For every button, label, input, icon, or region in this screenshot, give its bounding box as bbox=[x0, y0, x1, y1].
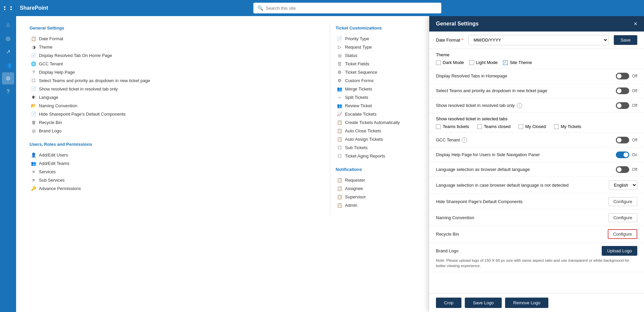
lang-browser-status: Off bbox=[632, 167, 637, 172]
ticket-fields-icon: ☰ bbox=[337, 61, 342, 66]
teams-tickets-option[interactable]: Teams tickets bbox=[436, 124, 469, 129]
my-tickets-checkbox[interactable] bbox=[554, 124, 559, 129]
menu-display-help[interactable]: ?Display Help Page bbox=[30, 68, 325, 76]
show-resolved-label: Show resolved ticket in resolved tab onl… bbox=[436, 103, 522, 108]
naming-icon: 📂 bbox=[31, 103, 36, 108]
light-mode-label: Light Mode bbox=[476, 60, 498, 65]
sidenav-users[interactable]: 👥 bbox=[2, 59, 14, 71]
teams-closed-checkbox[interactable] bbox=[477, 124, 482, 129]
my-closed-label: My Closed bbox=[525, 124, 546, 129]
save-logo-button[interactable]: Save Logo bbox=[465, 298, 502, 308]
sidenav-settings[interactable]: ⚙ bbox=[2, 72, 14, 84]
recycle-bin-configure-button[interactable]: Configure bbox=[608, 229, 637, 239]
sidenav-home[interactable]: ⌂ bbox=[2, 19, 14, 31]
show-resolved-row: Show resolved ticket in resolved tab onl… bbox=[429, 98, 644, 113]
upload-logo-button[interactable]: Upload Logo bbox=[602, 246, 637, 256]
menu-theme[interactable]: ◑Theme bbox=[30, 43, 325, 51]
menu-services[interactable]: ≡Services bbox=[30, 168, 325, 176]
theme-row: Theme Dark Mode Light Mode ✓ Site Theme bbox=[429, 49, 644, 69]
hide-sharepoint-label: Hide Sharepoint Page's Default Component… bbox=[436, 199, 523, 204]
dark-mode-checkbox[interactable] bbox=[436, 60, 441, 65]
users-roles-section: Users, Roles and Permissions 👤Add/Edit U… bbox=[30, 142, 325, 193]
sub-services-icon: ≡ bbox=[31, 178, 36, 183]
panel-bottom-buttons: Crop Save Logo Remove Logo bbox=[429, 293, 644, 312]
display-resolved-tabs-toggle[interactable] bbox=[616, 73, 629, 79]
main-layout: ⌂ ◎ ↗ 👥 ⚙ ? General Settings 📋Date Forma… bbox=[0, 16, 644, 312]
dark-mode-label: Dark Mode bbox=[443, 60, 464, 65]
menu-language[interactable]: 🗣Language bbox=[30, 93, 325, 102]
app-logo: SharePoint bbox=[20, 5, 48, 11]
display-help-toggle[interactable] bbox=[616, 151, 629, 158]
sidenav-globe[interactable]: ◎ bbox=[2, 32, 14, 44]
naming-convention-row: Naming Convention Configure bbox=[429, 210, 644, 226]
display-resolved-tabs-label: Display Resolved Tabs in Homepage bbox=[436, 73, 507, 78]
menu-show-resolved[interactable]: 📄Show resolved ticket in resolved tab on… bbox=[30, 85, 325, 93]
priority-icon: 📄 bbox=[337, 36, 342, 41]
site-theme-checkbox[interactable]: ✓ bbox=[503, 60, 508, 65]
display-resolved-tabs-status: Off bbox=[632, 74, 637, 78]
gcc-icon: 🌐 bbox=[31, 61, 36, 66]
light-mode-option[interactable]: Light Mode bbox=[469, 60, 498, 65]
hide-sharepoint-configure-button[interactable]: Configure bbox=[608, 197, 637, 206]
menu-add-edit-teams[interactable]: 👥Add/Edit Teams bbox=[30, 159, 325, 168]
panel-body: Date Format * MM/DD/YYYY Save Theme Dark… bbox=[429, 32, 644, 293]
menu-sub-services[interactable]: ≡Sub Services bbox=[30, 176, 325, 184]
menu-brand-logo[interactable]: ◎Brand Logo bbox=[30, 127, 325, 135]
site-theme-option[interactable]: ✓ Site Theme bbox=[503, 60, 532, 65]
teams-closed-option[interactable]: Teams closed bbox=[477, 124, 510, 129]
menu-hide-sharepoint[interactable]: 📄Hide Sharepoint Page's Default Componen… bbox=[30, 110, 325, 118]
menu-naming-convention[interactable]: 📂Naming Convention bbox=[30, 102, 325, 110]
hide-sharepoint-row: Hide Sharepoint Page's Default Component… bbox=[429, 194, 644, 210]
lang-fallback-row: Language selection in case browser defau… bbox=[429, 177, 644, 194]
my-closed-checkbox[interactable] bbox=[518, 124, 523, 129]
sidenav-help[interactable]: ? bbox=[2, 86, 14, 98]
crop-button[interactable]: Crop bbox=[436, 298, 461, 308]
select-teams-toggle[interactable] bbox=[616, 87, 629, 94]
menu-gcc-tenant[interactable]: 🌐GCC Tenant bbox=[30, 60, 325, 68]
menu-select-teams[interactable]: ☐Select Teams and priority as dropdown i… bbox=[30, 76, 325, 85]
menu-recycle-bin[interactable]: 🗑Recycle Bin bbox=[30, 118, 325, 127]
recycle-bin-label: Recycle Bin bbox=[436, 232, 459, 237]
app-grid-icon[interactable] bbox=[4, 6, 16, 10]
permissions-icon: 🔑 bbox=[31, 186, 36, 191]
lang-browser-control: Off bbox=[616, 166, 637, 173]
show-resolved-control: Off bbox=[616, 102, 637, 109]
add-users-icon: 👤 bbox=[31, 152, 36, 158]
panel-close-button[interactable]: × bbox=[634, 21, 637, 27]
dark-mode-option[interactable]: Dark Mode bbox=[436, 60, 464, 65]
menu-add-edit-users[interactable]: 👤Add/Edit Users bbox=[30, 151, 325, 159]
theme-icon: ◑ bbox=[31, 45, 36, 50]
merge-icon: 👥 bbox=[337, 86, 342, 91]
sidenav-chart[interactable]: ↗ bbox=[2, 46, 14, 58]
date-format-icon: 📋 bbox=[31, 36, 36, 41]
display-resolved-icon: 📄 bbox=[31, 53, 36, 58]
sub-tickets-icon: ☐ bbox=[337, 145, 342, 150]
select-teams-label: Select Teams and priority as dropdown in… bbox=[436, 88, 547, 93]
lang-fallback-select[interactable]: English bbox=[609, 180, 637, 190]
menu-advance-permissions[interactable]: 🔑Advance Permissions bbox=[30, 184, 325, 193]
lang-browser-toggle[interactable] bbox=[616, 166, 629, 173]
my-tickets-option[interactable]: My Tickets bbox=[554, 124, 581, 129]
date-format-select[interactable]: MM/DD/YYYY bbox=[468, 35, 608, 45]
search-input[interactable] bbox=[266, 6, 437, 11]
teams-tickets-label: Teams tickets bbox=[443, 124, 469, 129]
display-help-control: On bbox=[616, 151, 637, 158]
remove-logo-button[interactable]: Remove Logo bbox=[505, 298, 548, 308]
gcc-tenant-toggle[interactable] bbox=[616, 137, 629, 143]
date-format-label: Date Format * bbox=[436, 38, 463, 43]
show-resolved-toggle[interactable] bbox=[616, 102, 629, 109]
naming-convention-label: Naming Convention bbox=[436, 215, 474, 220]
naming-convention-configure-button[interactable]: Configure bbox=[608, 213, 637, 222]
resolved-selected-tabs-row: Show resolved ticket in selected tabs Te… bbox=[429, 113, 644, 133]
status-icon: ◎ bbox=[337, 53, 342, 58]
save-button[interactable]: Save bbox=[614, 35, 637, 45]
teams-tickets-checkbox[interactable] bbox=[436, 124, 441, 129]
my-closed-option[interactable]: My Closed bbox=[518, 124, 546, 129]
brand-logo-note: Note: Please upload logo of 150 X 60 px … bbox=[436, 258, 637, 268]
create-auto-icon: 📋 bbox=[337, 120, 342, 125]
display-resolved-tabs-row: Display Resolved Tabs in Homepage Off bbox=[429, 69, 644, 83]
light-mode-checkbox[interactable] bbox=[469, 60, 474, 65]
menu-display-resolved[interactable]: 📄Display Resolved Tab On Home Page bbox=[30, 51, 325, 60]
search-bar[interactable]: 🔍 bbox=[253, 3, 441, 13]
menu-date-format[interactable]: 📋Date Format bbox=[30, 35, 325, 43]
